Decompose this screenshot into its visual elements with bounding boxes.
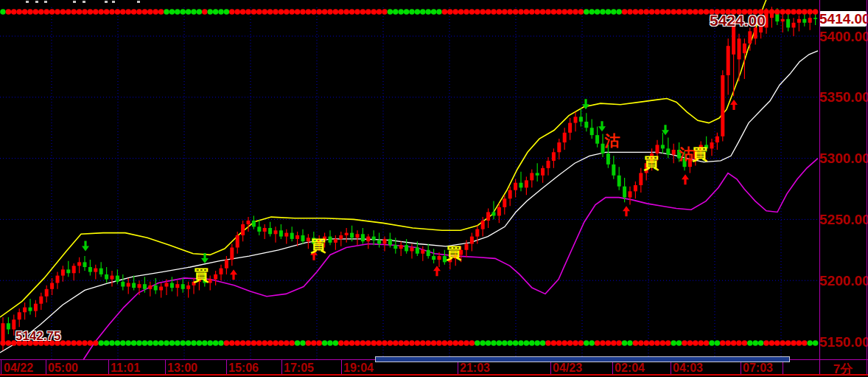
time-tick-label: 11:01 xyxy=(111,362,140,375)
price-tick-label: 5150.00 xyxy=(819,334,867,350)
sell-signal-label: 沽 xyxy=(604,132,620,149)
buy-arrow-icon xyxy=(682,174,689,184)
axis-left-border-line xyxy=(819,0,820,376)
buy-signal-label: 買 xyxy=(310,237,326,254)
time-axis-separator xyxy=(46,359,46,375)
current-price-tag: 5414.00 xyxy=(819,11,867,27)
buy-arrow-icon xyxy=(230,269,237,280)
sell-arrow-icon xyxy=(82,241,89,251)
sell-arrow-icon xyxy=(598,121,606,131)
time-axis-separator xyxy=(165,359,166,375)
buy-signal-label: 買 xyxy=(193,266,209,283)
price-tick-label: 5400.00 xyxy=(819,29,867,44)
buy-signal-label: 買 xyxy=(446,244,462,261)
candlestick-chart-canvas[interactable]: 買買買買買沽沽 xyxy=(0,0,868,377)
time-tick-label: 05:00 xyxy=(48,362,78,375)
sell-arrow-icon xyxy=(582,99,589,109)
period-label: 7分 xyxy=(819,361,867,377)
bottom-border-line xyxy=(0,374,868,376)
time-tick-label: 17:05 xyxy=(284,362,314,375)
time-tick-label: 04/23 xyxy=(553,362,582,375)
middle-band-line xyxy=(0,51,818,353)
time-tick-label: 07:03 xyxy=(743,362,773,375)
top-signal-strip xyxy=(0,9,818,15)
signal-arrows-layer xyxy=(82,99,738,280)
time-tick-label: 04/22 xyxy=(4,362,33,375)
time-tick-label: 21:03 xyxy=(460,362,490,375)
axis-right-border-line xyxy=(867,0,867,376)
buy-arrow-icon xyxy=(730,100,738,110)
time-axis-separator xyxy=(226,359,227,375)
time-axis-separator xyxy=(281,359,282,375)
chart-scrollbar[interactable] xyxy=(375,356,790,362)
session-low-label: 5142.75 xyxy=(15,329,60,344)
signal-labels-layer: 買買買買買沽沽 xyxy=(193,132,708,283)
time-tick-label: 13:00 xyxy=(167,362,197,375)
session-high-label: 5424.00 xyxy=(710,12,766,30)
price-tick-label: 5350.00 xyxy=(819,89,867,105)
candles-layer xyxy=(1,7,818,350)
time-tick-label: 19:04 xyxy=(343,362,374,375)
time-axis-separator xyxy=(108,359,109,375)
buy-signal-label: 買 xyxy=(643,154,659,171)
sell-signal-label: 沽 xyxy=(679,145,695,162)
time-tick-label: 15:06 xyxy=(228,362,259,375)
time-axis-separator xyxy=(1,359,1,375)
grid-layer xyxy=(0,7,819,359)
time-axis-separator xyxy=(341,359,342,375)
trading-chart-window: 買買買買買沽沽 5424.00 5142.75 5414.005400.0053… xyxy=(0,0,868,377)
time-tick-label: 02:04 xyxy=(615,362,645,375)
time-tick-label: 04:03 xyxy=(673,362,703,375)
buy-arrow-icon xyxy=(623,206,630,216)
price-tick-label: 5300.00 xyxy=(819,151,867,166)
buy-arrow-icon xyxy=(433,266,441,276)
price-tick-label: 5200.00 xyxy=(819,273,867,288)
bottom-signal-strip xyxy=(0,340,818,346)
price-tick-label: 5250.00 xyxy=(819,212,867,227)
